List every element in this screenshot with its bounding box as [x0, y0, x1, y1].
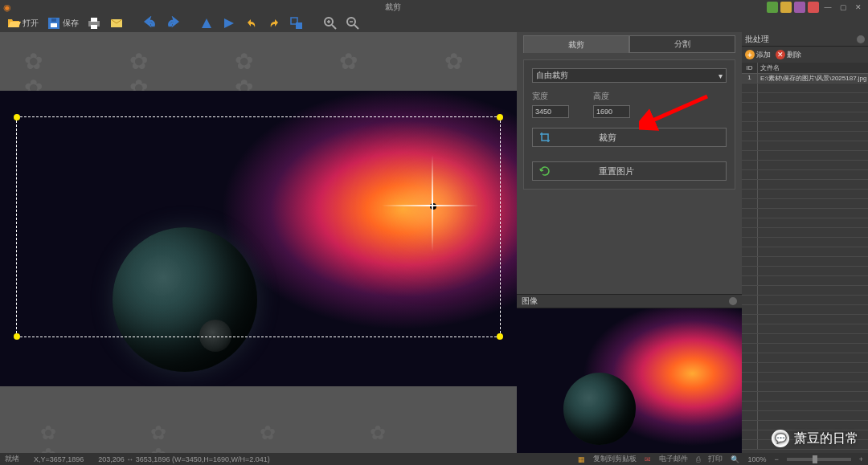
email-button[interactable] [108, 15, 125, 31]
flip-v-button[interactable] [220, 15, 238, 31]
table-row[interactable] [742, 141, 868, 151]
table-row[interactable] [742, 324, 868, 334]
collapse-icon[interactable] [729, 297, 737, 305]
status-print[interactable]: 打印 [708, 454, 723, 464]
table-row[interactable]: 1 E:\素材\保存的图片\风景\2025187.jpg [742, 74, 868, 84]
crop-controls: 自由裁剪 ▾ 宽度 高度 裁剪 重置图片 [523, 59, 735, 190]
height-label: 高度 [593, 91, 630, 102]
palette-red[interactable] [808, 2, 819, 13]
table-row[interactable] [742, 276, 868, 286]
zoom-slider[interactable] [787, 458, 851, 461]
table-row[interactable] [742, 315, 868, 324]
status-ready: 就绪 [5, 454, 19, 464]
width-input[interactable] [532, 105, 569, 118]
table-row[interactable] [742, 402, 868, 411]
table-row[interactable] [742, 382, 868, 392]
close-button[interactable]: ✕ [852, 2, 865, 13]
table-row[interactable] [742, 267, 868, 276]
crop-mode-dropdown[interactable]: 自由裁剪 ▾ [532, 68, 727, 83]
table-row[interactable] [742, 199, 868, 209]
table-row[interactable] [742, 305, 868, 315]
save-button[interactable]: 保存 [45, 15, 80, 31]
table-row[interactable] [742, 247, 868, 257]
table-row[interactable] [742, 122, 868, 132]
crop-selection[interactable] [16, 116, 501, 337]
table-row[interactable] [742, 112, 868, 122]
table-row[interactable] [742, 344, 868, 353]
table-row[interactable] [742, 161, 868, 170]
table-row[interactable] [742, 209, 868, 218]
table-row[interactable] [742, 373, 868, 382]
table-row[interactable] [742, 363, 868, 373]
palette-yellow[interactable] [780, 2, 792, 13]
collapse-icon[interactable] [857, 35, 865, 43]
triangle-right-icon [222, 16, 236, 31]
undo-button[interactable] [141, 15, 159, 31]
zoom-icon: 🔍 [731, 455, 739, 463]
rotate-left-button[interactable] [243, 15, 260, 31]
crop-handle-bl[interactable] [14, 333, 20, 340]
table-row[interactable] [742, 257, 868, 267]
zoom-out-button[interactable] [344, 15, 362, 31]
table-row[interactable] [742, 84, 868, 93]
table-row[interactable] [742, 170, 868, 180]
reset-button[interactable]: 重置图片 [532, 161, 727, 181]
zoom-minus[interactable]: − [774, 455, 778, 463]
preview-image [517, 308, 742, 453]
status-coords: X,Y=3657,1896 [34, 455, 84, 463]
minimize-button[interactable]: — [821, 2, 834, 13]
table-row[interactable] [742, 238, 868, 247]
floppy-icon [47, 16, 61, 31]
open-button[interactable]: 打开 [5, 15, 40, 31]
ratio-button[interactable] [288, 15, 305, 31]
table-row[interactable] [742, 353, 868, 363]
file-panel: 批处理 + 添加 ✕ 删除 ID 文件名 1 E:\素材\保存的图片\风景\20… [742, 32, 868, 453]
zoom-in-button[interactable] [321, 15, 339, 31]
col-filename[interactable]: 文件名 [758, 63, 868, 73]
table-row[interactable] [742, 392, 868, 402]
palette-purple[interactable] [794, 2, 805, 13]
rotate-right-button[interactable] [265, 15, 283, 31]
zoom-plus[interactable]: + [859, 455, 863, 463]
x-icon: ✕ [776, 50, 785, 59]
statusbar: 就绪 X,Y=3657,1896 203,206 ↔ 3653,1896 (W=… [0, 453, 868, 465]
status-email[interactable]: 电子邮件 [659, 454, 688, 464]
table-row[interactable] [742, 286, 868, 296]
canvas-area[interactable] [0, 32, 517, 453]
redo-button[interactable] [164, 15, 182, 31]
table-row[interactable] [742, 190, 868, 199]
table-row[interactable] [742, 296, 868, 305]
svg-rect-8 [296, 22, 302, 29]
palette-green[interactable] [767, 2, 778, 13]
table-row[interactable] [742, 180, 868, 190]
tab-split[interactable]: 分割 [629, 35, 735, 53]
redo-icon [166, 16, 180, 31]
width-label: 宽度 [532, 91, 569, 102]
svg-line-10 [332, 25, 336, 29]
plus-icon: + [745, 50, 755, 59]
table-row[interactable] [742, 411, 868, 421]
table-row[interactable] [742, 103, 868, 112]
add-file-button[interactable]: + 添加 [745, 50, 771, 60]
crop-button[interactable]: 裁剪 [532, 128, 727, 147]
crop-handle-br[interactable] [497, 333, 503, 340]
window-title: 裁剪 [19, 2, 767, 13]
table-row[interactable] [742, 218, 868, 228]
crop-handle-tr[interactable] [497, 114, 503, 120]
table-row[interactable] [742, 151, 868, 161]
maximize-button[interactable]: ▢ [837, 2, 850, 13]
table-row[interactable] [742, 228, 868, 238]
status-clipboard[interactable]: 复制到剪贴板 [593, 454, 637, 464]
print-button[interactable] [85, 15, 103, 31]
table-row[interactable] [742, 334, 868, 344]
table-row[interactable] [742, 93, 868, 103]
col-id[interactable]: ID [742, 63, 758, 73]
tab-crop[interactable]: 裁剪 [523, 35, 629, 53]
crop-handle-tl[interactable] [14, 114, 20, 120]
table-row[interactable] [742, 132, 868, 141]
main-toolbar: 打开 保存 [0, 14, 868, 32]
delete-file-button[interactable]: ✕ 删除 [776, 50, 801, 60]
height-input[interactable] [593, 105, 630, 118]
image-viewport[interactable] [0, 91, 517, 386]
flip-h-button[interactable] [198, 15, 215, 31]
